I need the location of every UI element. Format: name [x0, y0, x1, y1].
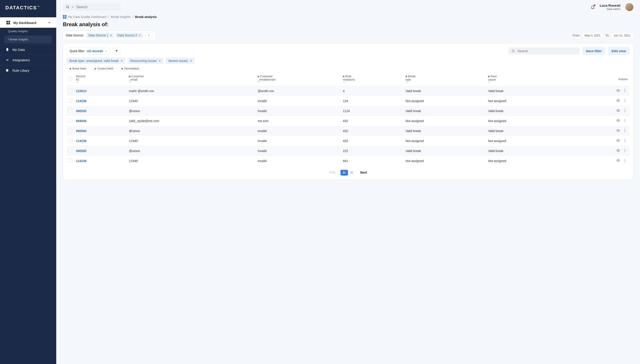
view-icon[interactable] — [615, 118, 621, 122]
view-icon[interactable] — [615, 108, 621, 112]
more-icon[interactable] — [622, 138, 628, 142]
column-header[interactable]: Breaktype — [404, 72, 486, 86]
row-checkbox[interactable] — [68, 89, 72, 92]
svg-point-13 — [625, 89, 625, 90]
close-icon[interactable]: × — [159, 59, 161, 62]
crumb-dashboard[interactable]: My Data Quality Dashboard — [68, 15, 106, 19]
nav-label: Rule Libary — [13, 68, 29, 72]
row-checkbox[interactable] — [68, 99, 72, 102]
data-source-dropdown[interactable] — [145, 33, 152, 38]
page-number[interactable]: 01 — [340, 170, 348, 176]
data-source-chip[interactable]: Data Source 1× — [86, 33, 114, 38]
column-header[interactable]: Customer_email — [127, 72, 256, 86]
cell-break-type: Valid break — [404, 126, 486, 136]
date-to[interactable]: Jun 11, 2021 — [611, 33, 633, 38]
row-checkbox[interactable] — [68, 129, 72, 132]
record-id-link[interactable]: 090593 — [76, 109, 86, 113]
column-header[interactable]: Actions — [569, 72, 629, 86]
quick-filter[interactable]: Quick filter: All records — [67, 47, 110, 55]
record-id-link[interactable]: 090593 — [76, 149, 86, 153]
filter-chip[interactable]: Reoccurring issues× — [128, 58, 163, 64]
cell-violations: 222 — [341, 146, 404, 156]
user-name: Luca Rovesti — [600, 4, 620, 8]
record-id-link[interactable]: 694946 — [76, 119, 86, 123]
table-search[interactable] — [508, 47, 580, 54]
svg-point-28 — [618, 130, 619, 131]
global-search[interactable] — [63, 3, 121, 11]
cell-violations: 124 — [341, 96, 404, 106]
svg-rect-8 — [63, 17, 64, 19]
column-header[interactable]: Ruleviolations — [341, 72, 404, 86]
filter-chip[interactable]: Break type: unassigned, valid break× — [67, 58, 125, 64]
view-icon[interactable] — [615, 148, 621, 152]
close-icon[interactable]: × — [190, 59, 192, 62]
view-icon[interactable] — [615, 98, 621, 102]
avatar[interactable] — [625, 3, 633, 11]
row-checkbox[interactable] — [68, 119, 72, 122]
pager-prev[interactable]: Prev — [329, 171, 336, 174]
column-header[interactable]: Customer_emaildomain — [256, 72, 341, 86]
nav-rule-library[interactable]: Rule Libary — [0, 65, 56, 76]
more-icon[interactable] — [622, 158, 628, 162]
record-id-link[interactable]: 124513 — [76, 89, 86, 93]
record-id-link[interactable]: 114238 — [76, 159, 86, 163]
save-filter-button[interactable]: Save filter — [582, 47, 605, 55]
nav-sub-quality-insights[interactable]: Quality Insights — [0, 28, 56, 34]
edit-view-button[interactable]: Edit view — [608, 47, 629, 55]
table-search-input[interactable] — [517, 49, 576, 53]
view-icon[interactable] — [615, 158, 621, 162]
crumb-break-insights[interactable]: Break Insights — [111, 15, 131, 19]
close-icon[interactable]: × — [121, 59, 123, 62]
view-icon[interactable] — [615, 128, 621, 132]
cell-break-type: Not assigned — [404, 96, 486, 106]
notifications-button[interactable] — [590, 5, 595, 9]
row-checkbox[interactable] — [68, 159, 72, 162]
close-icon[interactable]: × — [110, 34, 112, 37]
sort-icon[interactable] — [488, 81, 567, 84]
column-header[interactable]: RecordID — [74, 72, 127, 86]
svg-point-42 — [625, 160, 625, 161]
sort-icon[interactable] — [405, 81, 485, 84]
global-search-input[interactable] — [76, 5, 121, 9]
table-row: 114238 12340' Invalid 841 Not assigned N… — [67, 156, 629, 166]
sort-icon[interactable] — [343, 81, 402, 84]
cell-break-type: Not assigned — [404, 136, 486, 146]
row-checkbox[interactable] — [68, 109, 72, 112]
data-source-chip[interactable]: Data Source 2× — [115, 33, 143, 38]
more-icon[interactable] — [622, 108, 628, 112]
filter-button[interactable] — [113, 48, 121, 54]
close-icon[interactable]: × — [139, 34, 141, 37]
pager-next[interactable]: Next — [360, 171, 367, 174]
checkbox-all[interactable] — [68, 77, 72, 80]
record-id-link[interactable]: 090593 — [76, 129, 86, 133]
row-checkbox[interactable] — [68, 149, 72, 152]
nav-my-data[interactable]: My Data — [0, 44, 56, 54]
record-id-link[interactable]: 114238 — [76, 99, 86, 103]
view-icon[interactable] — [615, 138, 621, 142]
record-id-link[interactable]: 114238 — [76, 139, 86, 143]
sort-icon[interactable] — [129, 81, 254, 84]
row-checkbox[interactable] — [68, 139, 72, 142]
sort-icon[interactable] — [76, 81, 125, 84]
svg-point-30 — [625, 130, 625, 131]
column-header[interactable]: Rootcause — [486, 72, 569, 86]
svg-line-5 — [68, 8, 69, 8]
sort-icon[interactable] — [258, 81, 339, 84]
quick-filter-label: Quick filter: — [70, 49, 85, 53]
more-icon[interactable] — [622, 128, 628, 132]
filter-chip[interactable]: Severe issues× — [165, 58, 194, 64]
more-icon[interactable] — [622, 148, 628, 152]
cell-email: zakk_wylde@me.xom — [127, 116, 256, 126]
more-icon[interactable] — [622, 88, 628, 92]
data-source-label: Data Source: — [66, 34, 84, 37]
more-icon[interactable] — [622, 118, 628, 122]
user-info[interactable]: Luca Rovesti Data Admin — [600, 4, 620, 11]
more-icon[interactable] — [622, 98, 628, 102]
page-number[interactable]: 02 — [348, 170, 355, 176]
nav-sub-break-insights[interactable]: Break Insights — [5, 36, 52, 43]
date-from[interactable]: May 3, 2021 — [582, 33, 603, 38]
nav-integrations[interactable]: Integrations — [0, 54, 56, 65]
nav-my-dashboard[interactable]: My Dashboard — [0, 17, 56, 28]
view-icon[interactable] — [615, 88, 621, 92]
column-legend: Break fieldsContext fieldsRemediation — [67, 66, 629, 71]
